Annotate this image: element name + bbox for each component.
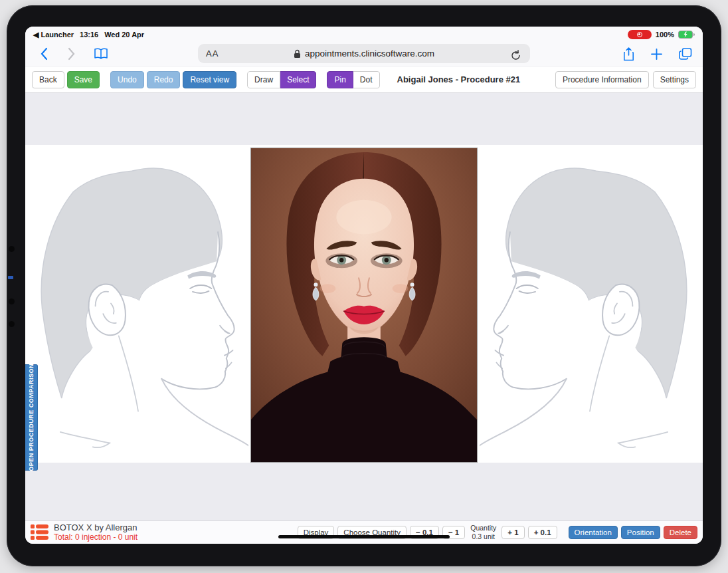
status-bar: ◀ Launcher 13:16 Wed 20 Apr 100% — [25, 27, 703, 41]
chevron-left-icon[interactable] — [36, 46, 52, 62]
quantity-readout: Quantity 0.3 unit — [470, 524, 496, 540]
side-tab-label: OPEN PROCEDURE COMPARISON — [28, 364, 35, 471]
dot-mode-button[interactable]: Dot — [353, 71, 380, 88]
open-procedure-comparison-tab[interactable]: OPEN PROCEDURE COMPARISON — [25, 364, 38, 471]
bookmarks-icon[interactable] — [93, 46, 109, 62]
chevron-right-icon[interactable] — [64, 46, 80, 62]
patient-photo — [250, 148, 478, 463]
settings-button[interactable]: Settings — [653, 71, 696, 88]
back-button[interactable]: Back — [32, 71, 64, 88]
bezel-sensor-dot — [9, 298, 15, 304]
reset-view-button[interactable]: Reset view — [183, 71, 236, 88]
increase-quantity-1-button[interactable]: + 1 — [501, 526, 524, 539]
bezel-led — [8, 276, 13, 279]
screen: ◀ Launcher 13:16 Wed 20 Apr 100% — [25, 27, 703, 544]
procedure-toolbar: Back Save Undo Redo Reset view Draw Sele… — [25, 66, 703, 93]
procedure-information-button[interactable]: Procedure Information — [555, 71, 649, 88]
procedure-canvas: OPEN PROCEDURE COMPARISON — [25, 93, 703, 520]
recording-indicator-icon[interactable] — [628, 30, 652, 39]
page-title: Abigail Jones - Procedure #21 — [397, 74, 521, 84]
tabs-icon[interactable] — [678, 46, 693, 62]
save-button[interactable]: Save — [67, 71, 100, 88]
ipad-frame: ◀ Launcher 13:16 Wed 20 Apr 100% — [7, 5, 721, 566]
increase-quantity-0-1-button[interactable]: + 0.1 — [528, 526, 557, 539]
delete-button[interactable]: Delete — [664, 526, 697, 539]
redo-button[interactable]: Redo — [147, 71, 181, 88]
battery-charging-icon — [678, 31, 695, 39]
draw-mode-button[interactable]: Draw — [247, 71, 280, 88]
pin-mode-button[interactable]: Pin — [327, 71, 353, 88]
orientation-button[interactable]: Orientation — [569, 526, 618, 539]
home-indicator[interactable] — [278, 535, 450, 538]
share-icon[interactable] — [620, 46, 636, 62]
injection-total: Total: 0 injection - 0 unit — [54, 533, 137, 542]
url-text: appointments.clinicsoftware.com — [305, 49, 434, 58]
new-tab-icon[interactable] — [648, 46, 664, 62]
browser-nav-bar: AA appointments.clinicsoftware.com — [25, 41, 703, 66]
select-mode-button[interactable]: Select — [280, 71, 316, 88]
lock-icon — [294, 49, 301, 58]
quantity-label: Quantity — [470, 524, 496, 532]
date: Wed 20 Apr — [104, 31, 144, 39]
face-profile-diagram-left — [28, 145, 248, 463]
face-profile-diagram-right — [480, 145, 700, 463]
battery-percent: 100% — [656, 31, 674, 39]
bezel-sensor-dot — [9, 246, 15, 252]
quantity-value: 0.3 unit — [470, 532, 496, 541]
product-name: BOTOX X by Allergan — [54, 523, 137, 533]
clock: 13:16 — [80, 31, 98, 39]
address-bar[interactable]: AA appointments.clinicsoftware.com — [198, 44, 530, 63]
position-button[interactable]: Position — [621, 526, 660, 539]
undo-button[interactable]: Undo — [110, 71, 144, 88]
bezel-sensor-dot — [9, 321, 15, 327]
refresh-icon[interactable] — [507, 47, 523, 63]
product-footer-bar: BOTOX X by Allergan Total: 0 injection -… — [25, 520, 703, 544]
product-list-icon — [31, 524, 48, 540]
back-to-launcher-link[interactable]: ◀ Launcher — [33, 31, 74, 39]
injection-map-stage[interactable] — [25, 145, 703, 463]
